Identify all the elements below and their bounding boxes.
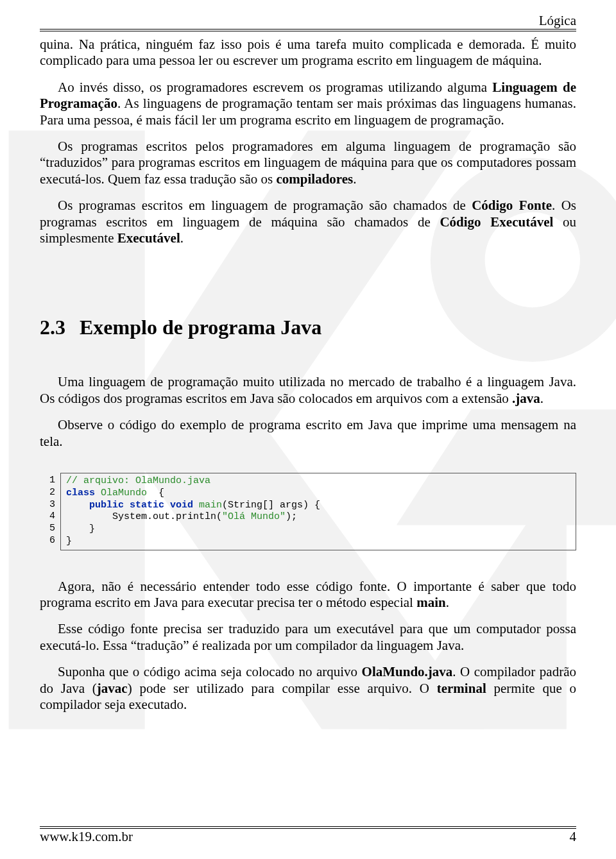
paragraph-5: Uma linguagem de programação muito utili… xyxy=(40,374,576,407)
paragraph-9: Suponha que o código acima seja colocado… xyxy=(40,664,576,713)
paragraph-6: Observe o código do exemplo de programa … xyxy=(40,417,576,450)
code-listing: 123456 // arquivo: OlaMundo.java class O… xyxy=(40,473,576,550)
running-head: Lógica xyxy=(40,13,576,31)
paragraph-2: Ao invés disso, os programadores escreve… xyxy=(40,80,576,128)
paragraph-3: Os programas escritos pelos programadore… xyxy=(40,139,576,187)
paragraph-1: quina. Na prática, ninguém faz isso pois… xyxy=(40,37,576,69)
paragraph-4: Os programas escritos em linguagem de pr… xyxy=(40,198,576,246)
paragraph-8: Esse código fonte precisa ser traduzido … xyxy=(40,621,576,654)
header-rule xyxy=(40,29,576,31)
code-box: // arquivo: OlaMundo.java class OlaMundo… xyxy=(60,473,576,550)
header-label: Lógica xyxy=(40,13,576,29)
section-heading: 2.3Exemplo de programa Java xyxy=(40,316,576,339)
footer-page-number: 4 xyxy=(570,829,577,845)
page-footer: www.k19.com.br 4 xyxy=(40,826,576,845)
section-number: 2.3 xyxy=(40,316,65,339)
code-line-numbers: 123456 xyxy=(40,473,60,550)
footer-site: www.k19.com.br xyxy=(40,829,133,845)
paragraph-7: Agora, não é necessário entender todo es… xyxy=(40,579,576,611)
section-title: Exemplo de programa Java xyxy=(80,316,321,339)
